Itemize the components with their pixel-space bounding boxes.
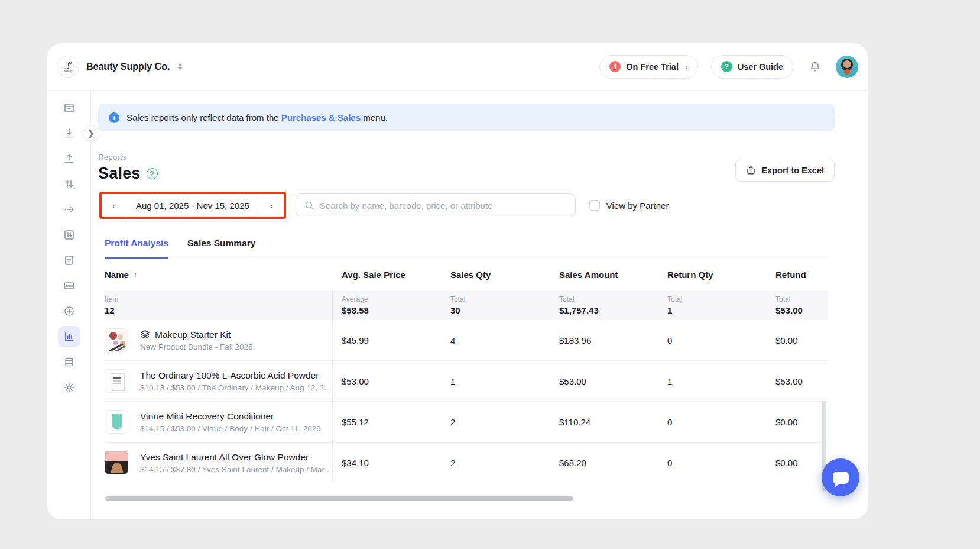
summary-item-cell: Item12	[105, 290, 333, 320]
column-header-name[interactable]: Name ↑	[105, 270, 333, 280]
breadcrumb: Reports	[98, 153, 158, 162]
product-image	[105, 410, 128, 434]
table-row[interactable]: The Ordinary 100% L-Ascorbic Acid Powder…	[105, 361, 828, 402]
sales-qty-cell: 2	[442, 458, 550, 468]
package-icon[interactable]	[58, 97, 80, 118]
table-row[interactable]: Yves Saint Laurent All Over Glow Powder …	[105, 443, 828, 483]
search-box	[296, 193, 576, 217]
sidebar-expand-button[interactable]: ❯	[83, 125, 99, 141]
banner-prefix: Sales reports only reflect data from the	[126, 112, 281, 122]
summary-average-value: $58.58	[342, 305, 369, 315]
summary-qty-value: 30	[450, 305, 460, 315]
return-qty-cell: 1	[658, 376, 767, 386]
page-title: Sales	[98, 164, 141, 183]
product-subtitle: New Product Bundle - Fall 2025	[140, 343, 253, 351]
purchases-sales-link[interactable]: Purchases & Sales	[281, 112, 361, 122]
product-name: Makeup Starter Kit	[155, 330, 231, 340]
question-badge-icon: ?	[721, 61, 732, 72]
info-icon: i	[109, 112, 119, 123]
date-range-highlight-annotation: ‹ Aug 01, 2025 - Nov 15, 2025 ›	[99, 192, 286, 219]
column-header-sales-amount[interactable]: Sales Amount	[550, 270, 658, 280]
table-header-row: Name ↑ Avg. Sale Price Sales Qty Sales A…	[105, 259, 828, 290]
tab-profit-analysis[interactable]: Profit Analysis	[105, 238, 168, 259]
export-to-excel-button[interactable]: Export to Excel	[735, 159, 835, 182]
product-image	[105, 369, 128, 393]
summary-refund-value: $53.00	[775, 305, 803, 315]
avg-sale-price-cell: $45.99	[333, 335, 442, 345]
sales-amount-cell: $68.20	[550, 458, 658, 468]
date-range-value[interactable]: Aug 01, 2025 - Nov 15, 2025	[126, 194, 259, 217]
refund-cell: $0.00	[767, 458, 828, 468]
summary-item-label: Item	[105, 295, 118, 303]
user-guide-label: User Guide	[738, 62, 783, 72]
summary-qty-label: Total	[450, 295, 550, 303]
summary-return-cell: Total1	[658, 295, 767, 315]
banner-suffix: menu.	[361, 112, 388, 122]
summary-return-value: 1	[667, 305, 672, 315]
search-input[interactable]	[320, 201, 567, 211]
barcode-icon[interactable]	[58, 275, 80, 296]
sales-amount-cell: $53.00	[550, 376, 658, 386]
add-circle-icon[interactable]	[58, 301, 80, 322]
avg-sale-price-cell: $55.12	[333, 417, 442, 427]
previous-period-button[interactable]: ‹	[102, 194, 126, 217]
return-qty-cell: 0	[658, 458, 767, 468]
company-switcher-icon[interactable]	[178, 63, 183, 70]
chat-launcher-button[interactable]	[822, 458, 859, 496]
report-tabs: Profit Analysis Sales Summary	[105, 238, 828, 259]
sidebar: ❯	[47, 91, 91, 519]
sort-ascending-icon[interactable]: ↑	[134, 270, 138, 279]
help-icon[interactable]: ?	[147, 168, 158, 179]
return-qty-cell: 0	[658, 417, 767, 427]
top-bar: beauty Beauty Supply Co. 1 On Free Trial…	[47, 43, 868, 91]
search-icon	[304, 201, 314, 211]
notification-bell-icon[interactable]	[809, 60, 822, 73]
summary-average-cell: Average$58.58	[333, 295, 442, 315]
transfer-icon[interactable]	[58, 173, 80, 195]
user-guide-button[interactable]: ? User Guide	[711, 55, 793, 79]
sales-qty-cell: 2	[442, 417, 550, 427]
product-image	[105, 328, 128, 352]
database-icon[interactable]	[58, 351, 80, 373]
column-header-avg-sale-price[interactable]: Avg. Sale Price	[333, 270, 442, 280]
summary-amount-label: Total	[559, 295, 658, 303]
bar-chart-icon[interactable]	[58, 326, 80, 347]
summary-item-count: 12	[105, 305, 115, 315]
view-by-partner-checkbox[interactable]	[589, 200, 600, 211]
refund-cell: $0.00	[767, 335, 828, 345]
name-header-label: Name	[105, 270, 129, 280]
summary-amount-value: $1,757.43	[559, 305, 599, 315]
next-period-button[interactable]: ›	[259, 194, 284, 217]
export-label: Export to Excel	[761, 166, 824, 175]
avg-sale-price-cell: $53.00	[333, 376, 442, 386]
summary-amount-cell: Total$1,757.43	[550, 295, 658, 315]
settings-gear-icon[interactable]	[58, 377, 80, 398]
user-avatar[interactable]	[836, 56, 858, 78]
logo-word: beauty	[63, 69, 72, 73]
refund-cell: $0.00	[767, 417, 828, 427]
bundle-layers-icon	[140, 330, 150, 340]
info-banner: i Sales reports only reflect data from t…	[98, 104, 835, 131]
summary-return-label: Total	[667, 295, 767, 303]
document-icon[interactable]	[58, 250, 80, 271]
upload-icon[interactable]	[58, 148, 80, 169]
sales-amount-cell: $110.24	[550, 417, 658, 427]
tab-sales-summary[interactable]: Sales Summary	[187, 238, 255, 259]
column-header-refund[interactable]: Refund	[767, 270, 828, 280]
summary-refund-label: Total	[775, 295, 828, 303]
chevron-right-icon: ›	[685, 62, 688, 72]
dispatch-icon[interactable]	[58, 199, 80, 220]
column-header-sales-qty[interactable]: Sales Qty	[442, 270, 550, 280]
table-row[interactable]: Makeup Starter Kit New Product Bundle - …	[105, 320, 828, 361]
sales-qty-cell: 1	[442, 376, 550, 386]
sales-amount-cell: $183.96	[550, 335, 658, 345]
column-header-return-qty[interactable]: Return Qty	[658, 270, 767, 280]
view-by-partner-control: View by Partner	[589, 200, 669, 211]
horizontal-scrollbar[interactable]	[105, 496, 573, 501]
product-name: The Ordinary 100% L-Ascorbic Acid Powder	[140, 370, 319, 381]
download-icon[interactable]	[58, 122, 80, 144]
stock-count-icon[interactable]	[58, 224, 80, 246]
table-row[interactable]: Virtue Mini Recovery Conditioner $14.15 …	[105, 402, 828, 443]
page-heading: Reports Sales ?	[98, 153, 158, 183]
free-trial-button[interactable]: 1 On Free Trial ›	[599, 55, 697, 79]
